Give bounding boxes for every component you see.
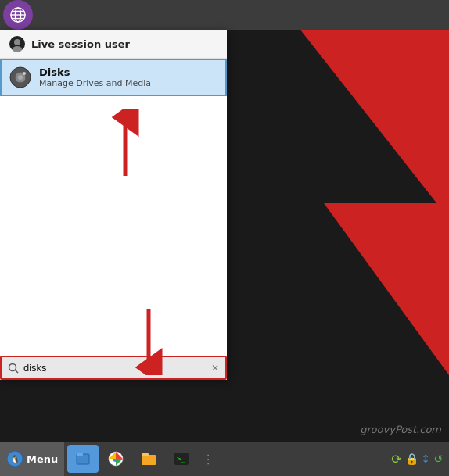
top-panel [0, 0, 449, 30]
start-menu-button[interactable]: 🐧 Menu [0, 442, 64, 476]
taskbar-separator: ⋮ [202, 452, 214, 467]
app-item-info: Disks Manage Drives and Media [39, 66, 151, 88]
decorative-triangle-2 [324, 203, 449, 375]
app-results-area: Disks Manage Drives and Media [0, 59, 227, 356]
lock-icon[interactable]: 🔒 [405, 453, 418, 465]
app-result-item[interactable]: Disks Manage Drives and Media [0, 59, 227, 96]
system-tray: ⟳ 🔒 ↕ ↺ [391, 452, 449, 467]
svg-line-13 [16, 370, 19, 373]
search-input[interactable] [23, 362, 207, 374]
taskbar-app-chrome[interactable] [100, 445, 131, 473]
user-name-label: Live session user [31, 38, 130, 50]
disks-app-icon [9, 66, 31, 88]
search-icon [8, 363, 19, 374]
user-avatar-icon [9, 36, 25, 52]
chrome-icon [107, 450, 124, 467]
svg-rect-21 [77, 453, 83, 456]
taskbar-app-terminal[interactable]: >_ [166, 445, 197, 473]
terminal-icon: >_ [173, 450, 190, 467]
bottom-taskbar: 🐧 Menu [0, 442, 449, 476]
svg-point-10 [18, 75, 23, 80]
search-clear-button[interactable]: ✕ [211, 363, 219, 374]
launcher-header: Live session user [0, 30, 227, 59]
taskbar-app-files[interactable] [67, 445, 99, 473]
watermark: groovyPost.com [360, 424, 441, 435]
globe-icon [9, 6, 27, 23]
files-icon [74, 450, 92, 467]
start-menu-label: Menu [27, 453, 58, 465]
refresh-icon[interactable]: ↺ [433, 453, 443, 465]
svg-point-11 [23, 72, 26, 75]
svg-point-12 [9, 363, 16, 370]
decorative-triangle-1 [277, 0, 449, 219]
app-item-description: Manage Drives and Media [39, 78, 151, 88]
taskbar-app-list: >_ ⋮ [64, 445, 391, 473]
launcher-button[interactable] [3, 0, 33, 30]
network-icon[interactable]: ↕ [422, 453, 431, 465]
launcher-search-bar[interactable]: ✕ [0, 356, 227, 380]
svg-rect-25 [142, 453, 149, 456]
svg-text:🐧: 🐧 [10, 454, 20, 464]
start-menu-icon: 🐧 [6, 450, 23, 467]
svg-text:>_: >_ [177, 455, 185, 463]
app-item-name: Disks [39, 66, 151, 78]
folder-icon [140, 450, 157, 467]
taskbar-app-filemanager[interactable] [133, 445, 164, 473]
app-launcher: Live session user Disks Manage Drives an… [0, 30, 227, 380]
svg-point-6 [14, 39, 20, 45]
updates-icon[interactable]: ⟳ [391, 452, 401, 467]
